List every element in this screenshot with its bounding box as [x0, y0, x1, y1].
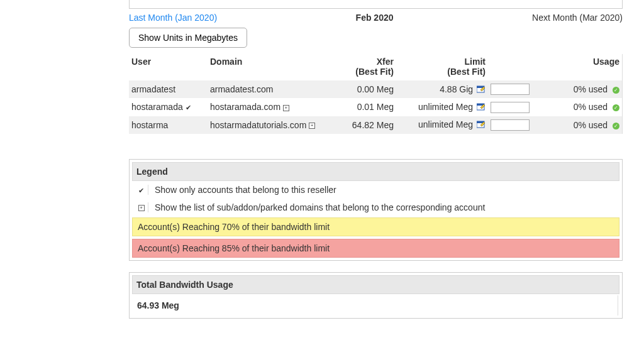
edit-limit-icon[interactable]	[477, 120, 486, 130]
col-usage[interactable]: Usage	[538, 54, 623, 80]
total-value: 64.93 Meg	[133, 295, 618, 315]
xfer-cell: 0.00 Meg	[346, 80, 396, 98]
expand-icon: +	[138, 205, 145, 211]
table-row: hostaramada ✔ hostaramada.com + 0.01 Meg…	[129, 98, 623, 116]
legend-text: Show the list of sub/addon/parked domain…	[155, 202, 485, 212]
legend-warn-85: Account(s) Reaching 85% of their bandwid…	[132, 239, 619, 258]
check-icon: ✔	[186, 104, 191, 112]
usage-input[interactable]	[491, 84, 530, 95]
legend-panel: Legend ✔ Show only accounts that belong …	[129, 159, 623, 261]
edit-limit-icon[interactable]	[477, 102, 486, 112]
user-cell: armadatest	[129, 80, 208, 98]
col-domain[interactable]: Domain	[208, 54, 346, 80]
usage-input-cell	[488, 80, 538, 98]
panel-top-fragment	[129, 0, 623, 9]
usage-input[interactable]	[491, 102, 530, 113]
usage-input[interactable]	[491, 119, 530, 131]
usage-input-cell	[488, 116, 538, 134]
xfer-cell: 64.82 Meg	[346, 116, 396, 134]
status-ok-icon: ✓	[613, 87, 619, 94]
limit-cell: 4.88 Gig	[396, 80, 488, 98]
limit-cell: unlimited Meg	[396, 116, 488, 134]
table-row: hostarma hostarmadatutorials.com + 64.82…	[129, 116, 623, 134]
legend-title: Legend	[132, 162, 619, 181]
expand-icon[interactable]: +	[309, 123, 315, 129]
domain-cell: hostarmadatutorials.com +	[208, 116, 346, 134]
xfer-cell: 0.01 Meg	[346, 98, 396, 116]
table-row: armadatest armadatest.com 0.00 Meg 4.88 …	[129, 80, 623, 98]
usage-pct-cell: 0% used ✓	[538, 116, 623, 134]
legend-row-subdomains: + Show the list of sub/addon/parked doma…	[132, 199, 619, 216]
status-ok-icon: ✓	[613, 104, 619, 111]
check-icon: ✔	[138, 187, 144, 195]
usage-pct-cell: 0% used ✓	[538, 98, 623, 116]
user-cell: hostaramada ✔	[129, 98, 208, 116]
prev-month-link[interactable]: Last Month (Jan 2020)	[129, 13, 217, 23]
total-panel: Total Bandwidth Usage 64.93 Meg	[129, 272, 623, 319]
legend-warn-70: Account(s) Reaching 70% of their bandwid…	[132, 217, 619, 236]
toggle-units-button[interactable]: Show Units in Megabytes	[129, 28, 247, 48]
bandwidth-table: User Domain Xfer (Best Fit) Limit (Best …	[129, 54, 623, 134]
current-month-label: Feb 2020	[356, 13, 394, 23]
user-cell: hostarma	[129, 116, 208, 134]
expand-icon[interactable]: +	[283, 105, 289, 111]
status-ok-icon: ✓	[613, 123, 619, 129]
month-navigation: Last Month (Jan 2020) Feb 2020 Next Mont…	[129, 11, 623, 28]
total-title: Total Bandwidth Usage	[132, 275, 619, 294]
limit-cell: unlimited Meg	[396, 98, 488, 116]
usage-pct-cell: 0% used ✓	[538, 80, 623, 98]
legend-row-reseller: ✔ Show only accounts that belong to this…	[132, 181, 619, 199]
next-month-link[interactable]: Next Month (Mar 2020)	[532, 13, 623, 23]
usage-input-cell	[488, 98, 538, 116]
col-limit[interactable]: Limit (Best Fit)	[396, 54, 488, 80]
domain-cell: hostaramada.com +	[208, 98, 346, 116]
edit-limit-icon[interactable]	[477, 85, 486, 95]
col-input	[488, 54, 538, 80]
domain-cell: armadatest.com	[208, 80, 346, 98]
col-user[interactable]: User	[129, 54, 208, 80]
legend-text: Show only accounts that belong to this r…	[155, 185, 336, 195]
col-xfer[interactable]: Xfer (Best Fit)	[346, 54, 396, 80]
